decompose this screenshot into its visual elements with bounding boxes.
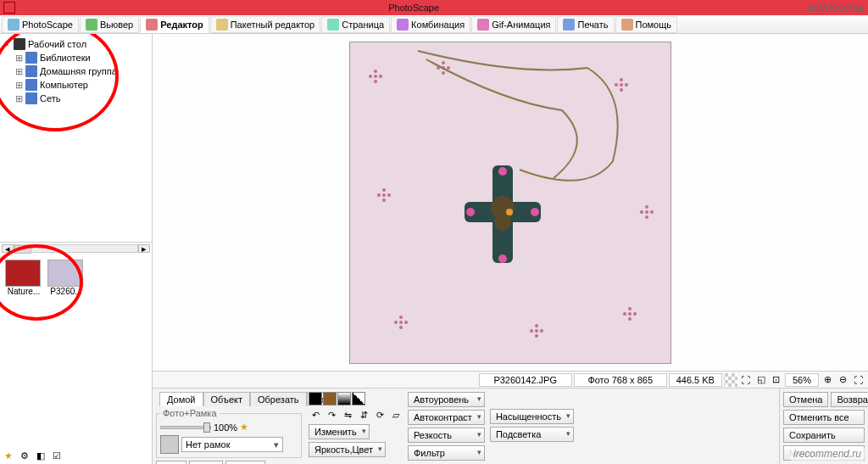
tool2-icon[interactable]: ◧ xyxy=(34,449,47,462)
tab-icon xyxy=(8,19,19,31)
tab-icon xyxy=(86,19,97,31)
thumb-image xyxy=(5,260,41,287)
perspective-icon[interactable]: ▱ xyxy=(389,408,403,422)
scroll-left-button[interactable]: ◂ xyxy=(2,244,14,253)
tab-пакетный редактор[interactable]: Пакетный редактор xyxy=(210,16,321,33)
expand-icon[interactable]: ⊞ xyxy=(15,66,23,77)
field-button[interactable]: Поле xyxy=(189,461,223,464)
tree-label: Домашняя группа xyxy=(40,66,117,76)
tool3-icon[interactable]: ☑ xyxy=(50,449,64,462)
tree-node[interactable]: ⊞Сеть xyxy=(3,92,148,105)
tool1-icon[interactable]: ⚙ xyxy=(18,449,31,462)
frame-select[interactable]: Нет рамок xyxy=(181,437,283,452)
thumb-scrollbar[interactable]: ◂ ▸ xyxy=(0,242,152,254)
folder-tree: ▪Рабочий стол⊞Библиотеки⊞Домашняя группа… xyxy=(0,34,152,242)
zoom-out-icon[interactable]: ⊖ xyxy=(836,373,849,387)
fit-icon[interactable]: ⛶ xyxy=(739,373,753,387)
svg-point-11 xyxy=(620,83,623,87)
redo-button[interactable]: Возврат xyxy=(831,392,868,407)
expand-icon[interactable]: ⊞ xyxy=(15,93,23,104)
tab-gif-анимация[interactable]: Gif-Анимация xyxy=(471,16,556,33)
saturation-button[interactable]: Насыщенность xyxy=(490,409,574,424)
svg-point-20 xyxy=(382,188,386,192)
autolevel-button[interactable]: Автоуровень xyxy=(408,392,485,407)
options-button[interactable]: Опции xyxy=(225,461,265,464)
tab-label: Печать xyxy=(577,20,608,30)
save-button[interactable]: Сохранить xyxy=(783,428,865,443)
window-icon xyxy=(3,2,15,14)
tree-label: Сеть xyxy=(40,93,60,103)
rotate-right-icon[interactable]: ↷ xyxy=(325,408,338,422)
panel-tab-обрезать[interactable]: Обрезать xyxy=(250,392,307,406)
thumbnail[interactable]: P3260... xyxy=(47,260,85,296)
frame-slider[interactable] xyxy=(160,426,211,429)
resize-button[interactable]: Изменить xyxy=(309,424,370,439)
star-icon[interactable]: ★ xyxy=(240,422,248,433)
brightness-button[interactable]: Яркость,Цвет xyxy=(309,442,386,457)
svg-point-8 xyxy=(442,71,445,75)
site-watermark: irecommend.ru xyxy=(790,447,865,461)
tab-страница[interactable]: Страница xyxy=(321,16,390,33)
fullscreen-icon[interactable]: ⛶ xyxy=(851,373,865,387)
tree-label: Рабочий стол xyxy=(28,39,86,49)
expand-icon[interactable]: ▪ xyxy=(3,39,11,49)
checker-icon[interactable] xyxy=(724,373,737,387)
svg-point-24 xyxy=(640,210,643,214)
tree-node[interactable]: ⊞Домашняя группа xyxy=(3,64,148,78)
rotate-left-icon[interactable]: ↶ xyxy=(309,408,322,422)
filter-button[interactable]: Фильтр xyxy=(408,445,485,461)
scroll-track[interactable] xyxy=(14,244,138,253)
color-swatches[interactable] xyxy=(309,392,403,405)
rotate-icon[interactable]: ⟳ xyxy=(373,408,387,422)
thumb-label: P3260... xyxy=(47,287,85,296)
flip-h-icon[interactable]: ⇋ xyxy=(341,408,354,422)
backlight-button[interactable]: Подсветка xyxy=(490,427,574,442)
svg-point-35 xyxy=(535,324,538,327)
tree-node[interactable]: ⊞Компьютер xyxy=(3,78,148,92)
tab-помощь[interactable]: Помощь xyxy=(615,16,678,33)
actual-size-icon[interactable]: ◱ xyxy=(754,373,768,387)
star-icon[interactable]: ★ xyxy=(2,449,15,462)
folder-icon xyxy=(25,65,37,77)
undo-all-button[interactable]: Отменить все xyxy=(783,410,865,425)
svg-point-27 xyxy=(404,321,408,324)
tab-icon xyxy=(397,19,409,31)
svg-point-39 xyxy=(623,312,626,316)
panel-tab-домой[interactable]: Домой xyxy=(159,392,203,406)
thumbnail[interactable]: Nature... xyxy=(5,260,42,296)
svg-point-37 xyxy=(633,312,637,316)
tab-icon xyxy=(563,19,575,31)
sidebar: ▪Рабочий стол⊞Библиотеки⊞Домашняя группа… xyxy=(0,34,153,464)
scroll-right-button[interactable]: ▸ xyxy=(138,244,150,253)
autocontrast-button[interactable]: Автоконтраст xyxy=(408,410,485,425)
svg-point-40 xyxy=(628,307,632,310)
tab-вьювер[interactable]: Вьювер xyxy=(80,16,139,33)
photo-preview xyxy=(349,42,671,364)
undo-button[interactable]: Отмена xyxy=(783,392,828,407)
frame-percent: 100% xyxy=(214,422,237,433)
tab-комбинация[interactable]: Комбинация xyxy=(391,16,470,33)
folder-icon xyxy=(25,92,37,104)
window-title: PhotoScape xyxy=(20,3,807,13)
circle-button[interactable]: Круг xyxy=(156,461,186,464)
expand-icon[interactable]: ⊞ xyxy=(15,80,23,91)
tab-photoscape[interactable]: PhotoScape xyxy=(2,16,79,33)
svg-point-23 xyxy=(645,215,648,219)
tab-icon xyxy=(327,19,339,31)
zoom-in-icon[interactable]: ⊕ xyxy=(821,373,834,387)
zoom-fit-icon[interactable]: ⊡ xyxy=(770,373,783,387)
tab-label: Gif-Анимация xyxy=(492,20,550,30)
svg-point-22 xyxy=(650,210,654,214)
flip-v-icon[interactable]: ⇵ xyxy=(357,408,370,422)
tab-label: PhotoScape xyxy=(22,20,73,30)
panel-tab-объект[interactable]: Объект xyxy=(203,392,250,406)
tree-node[interactable]: ⊞Библиотеки xyxy=(3,51,148,64)
expand-icon[interactable]: ⊞ xyxy=(15,53,23,64)
folder-icon xyxy=(25,52,37,64)
canvas[interactable] xyxy=(153,34,868,371)
tab-icon xyxy=(621,19,633,31)
tab-редактор[interactable]: Редактор xyxy=(140,16,209,33)
tree-node[interactable]: ▪Рабочий стол xyxy=(3,37,148,51)
sharpness-button[interactable]: Резкость xyxy=(408,428,485,443)
tab-печать[interactable]: Печать xyxy=(557,16,614,33)
